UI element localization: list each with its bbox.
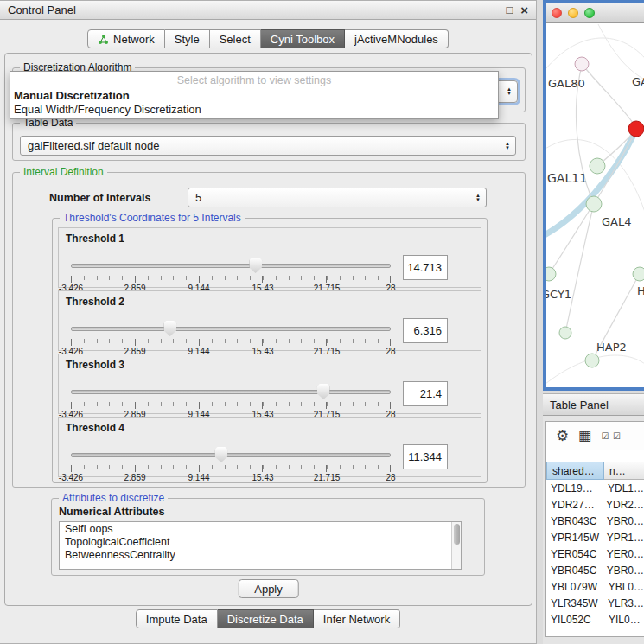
slider-tick-labels: -3.4262.8599.14415.4321.71528 <box>71 473 391 482</box>
zoom-traffic-light[interactable] <box>584 8 595 18</box>
threshold-value-field[interactable]: 6.316 <box>403 318 448 343</box>
table-row[interactable]: YDR27…YDR2… <box>546 496 644 513</box>
number-of-intervals-value: 5 <box>195 191 201 204</box>
table-data-group: Table Data galFiltered.sif default node … <box>12 123 526 161</box>
threshold-panel-threshold-4: Threshold 4-3.4262.8599.14415.4321.71528… <box>58 417 481 477</box>
network-node[interactable] <box>633 267 644 281</box>
cell-shared-name: YIL052C <box>546 611 604 628</box>
listbox-scrollbar[interactable] <box>451 522 461 569</box>
threshold-panel-threshold-2: Threshold 2-3.4262.8599.14415.4321.71528… <box>58 290 481 351</box>
dropdown-option-manual[interactable]: Manual Discretization <box>10 88 498 102</box>
close-traffic-light[interactable] <box>552 8 562 18</box>
cyni-toolbox-panel: Discretization Algorithm ▲ ▼ Select algo… <box>4 53 532 606</box>
tick-label: 15.43 <box>252 473 273 482</box>
cell-name: YBR0… <box>603 562 644 578</box>
group-title: Threshold's Coordinates for 5 Intervals <box>60 212 245 224</box>
tab-jactivemnodules[interactable]: jActiveMNodules <box>345 29 449 48</box>
network-node-label-gal4: GAL4 <box>602 215 631 228</box>
table-grid-icon[interactable]: ▦ <box>578 429 591 443</box>
gear-icon[interactable]: ⚙ <box>556 429 569 443</box>
cell-shared-name: YPR145W <box>546 529 603 545</box>
tab-cyni-toolbox[interactable]: Cyni Toolbox <box>261 29 345 48</box>
threshold-slider[interactable]: -3.4262.8599.14415.4321.71528 <box>71 446 391 481</box>
minimize-icon[interactable]: □ <box>506 4 513 16</box>
bottom-tabbar: Impute DataDiscretize DataInfer Network <box>0 609 536 628</box>
network-node[interactable] <box>586 196 602 212</box>
cell-name: YBR0… <box>603 513 644 529</box>
threshold-panel-threshold-1: Threshold 1-3.4262.8599.14415.4321.71528… <box>58 227 481 288</box>
control-panel-window: Control Panel □ × NetworkStyleSelectCyni… <box>0 0 537 644</box>
dropdown-placeholder: Select algorithm to view settings <box>10 72 498 88</box>
network-node-label-gal80: GAL80 <box>548 77 585 90</box>
network-canvas[interactable]: GAL80GAGAL11GAL4HGCY1HAP2 <box>546 24 644 387</box>
list-item-topologicalcoefficient[interactable]: TopologicalCoefficient <box>60 535 461 548</box>
threshold-label: Threshold 4 <box>66 422 124 434</box>
table-row[interactable]: YPR145WYPR1… <box>546 529 644 545</box>
dropdown-option-equal-width[interactable]: Equal Width/Frequency Discretization <box>10 102 498 116</box>
tab-label: Discretize Data <box>227 613 303 626</box>
network-node[interactable] <box>559 327 571 339</box>
slider-thumb[interactable] <box>249 258 262 273</box>
threshold-panel-threshold-3: Threshold 3-3.4262.8599.14415.4321.71528… <box>58 354 481 414</box>
close-icon[interactable]: × <box>520 4 528 16</box>
combo-stepper-icon: ▲ ▼ <box>470 194 482 202</box>
table-row[interactable]: YBL079WYBL0… <box>546 578 644 595</box>
group-title: Interval Definition <box>20 166 107 178</box>
apply-button[interactable]: Apply <box>238 579 299 598</box>
table-row[interactable]: YBR045CYBR0… <box>546 562 644 578</box>
network-node[interactable] <box>546 267 556 281</box>
table-row[interactable]: YDL19…YDL1… <box>546 480 644 496</box>
scrollbar-thumb[interactable] <box>454 524 460 545</box>
network-edge <box>582 64 634 125</box>
table-data-select[interactable]: galFiltered.sif default node ▲ ▼ <box>20 136 516 156</box>
window-title: Control Panel <box>8 3 76 16</box>
tab-style[interactable]: Style <box>165 29 210 48</box>
table-header-row: shared… n… <box>546 462 644 480</box>
table-row[interactable]: YLR345WYLR3… <box>546 595 644 611</box>
tab-impute-data[interactable]: Impute Data <box>136 609 218 628</box>
threshold-label: Threshold 2 <box>66 296 124 308</box>
checkboxes-icon[interactable]: ☑ ☑ <box>601 431 622 441</box>
cell-shared-name: YLR345W <box>546 595 603 611</box>
threshold-slider[interactable]: -3.4262.8599.14415.4321.71528 <box>71 320 391 354</box>
combo-stepper-icon: ▲ ▼ <box>501 87 513 96</box>
table-row[interactable]: YIL052CYIL0… <box>546 611 644 628</box>
threshold-value-field[interactable]: 11.344 <box>403 444 448 469</box>
number-of-intervals-select[interactable]: 5 ▲ ▼ <box>188 188 487 207</box>
slider-major-ticks <box>71 465 391 472</box>
network-view-window: GAL80GAGAL11GAL4HGCY1HAP2 <box>543 0 644 391</box>
network-node[interactable] <box>575 57 589 71</box>
slider-thumb[interactable] <box>317 384 330 399</box>
tab-infer-network[interactable]: Infer Network <box>314 609 400 628</box>
cell-shared-name: YBR043C <box>546 513 603 529</box>
threshold-slider[interactable]: -3.4262.8599.14415.4321.71528 <box>71 383 391 418</box>
cell-name: YDR2… <box>602 496 644 513</box>
network-graph: GAL80GAGAL11GAL4HGCY1HAP2 <box>546 24 644 387</box>
network-node-label-hap2: HAP2 <box>596 341 627 354</box>
column-header-name[interactable]: n… <box>604 462 644 480</box>
tab-select[interactable]: Select <box>210 29 261 48</box>
minimize-traffic-light[interactable] <box>568 8 578 18</box>
table-row[interactable]: YER054CYER0… <box>546 545 644 562</box>
column-header-shared-name[interactable]: shared… <box>546 462 604 480</box>
slider-thumb[interactable] <box>163 321 176 336</box>
tab-network[interactable]: Network <box>87 29 165 48</box>
list-item-selfloops[interactable]: SelfLoops <box>60 522 461 535</box>
network-node[interactable] <box>590 158 605 174</box>
tab-label: Network <box>113 33 155 46</box>
threshold-value-field[interactable]: 14.713 <box>403 255 448 280</box>
table-panel-body: ⚙ ▦ ☑ ☑ shared… n… YDL19…YDL1…YDR27…YDR2… <box>545 421 644 637</box>
network-node-label-gal11: GAL11 <box>547 171 587 185</box>
table-row[interactable]: YBR043CYBR0… <box>546 513 644 529</box>
slider-thumb[interactable] <box>214 447 227 462</box>
tick-label: 9.144 <box>188 473 209 482</box>
network-node[interactable] <box>628 121 644 137</box>
group-title: Attributes to discretize <box>59 492 168 504</box>
stepper-down-icon: ▼ <box>505 146 510 150</box>
list-item-betweennesscentrality[interactable]: BetweennessCentrality <box>60 548 461 561</box>
threshold-value-field[interactable]: 21.4 <box>403 381 448 406</box>
network-node[interactable] <box>585 354 599 367</box>
threshold-slider[interactable]: -3.4262.8599.14415.4321.71528 <box>71 257 391 291</box>
tab-discretize-data[interactable]: Discretize Data <box>218 609 314 628</box>
network-edge <box>565 211 592 333</box>
